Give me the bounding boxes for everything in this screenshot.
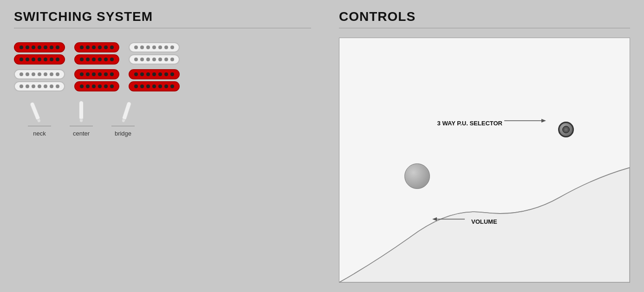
pickup-bar-2b bbox=[74, 54, 119, 65]
dot bbox=[26, 84, 29, 88]
switch-center-label: center bbox=[73, 130, 90, 137]
dot bbox=[56, 84, 59, 88]
dot bbox=[26, 58, 29, 61]
switches-row: neck center bridge bbox=[14, 101, 311, 137]
dot bbox=[50, 72, 53, 76]
volume-label-group: VOLUME bbox=[432, 214, 497, 228]
dot bbox=[86, 72, 90, 76]
left-divider bbox=[14, 28, 311, 28]
svg-marker-1 bbox=[541, 119, 546, 123]
pickup-bar-3b bbox=[129, 54, 180, 65]
dot bbox=[38, 84, 41, 88]
dot bbox=[104, 72, 108, 76]
switch-center: center bbox=[70, 101, 93, 137]
dot bbox=[146, 72, 150, 76]
dot bbox=[32, 72, 35, 76]
dot bbox=[98, 45, 102, 49]
pickup-row-1 bbox=[14, 42, 311, 65]
pickup-grid bbox=[14, 42, 311, 91]
left-panel: SWITCHING SYSTEM bbox=[0, 0, 325, 292]
dot bbox=[86, 58, 90, 61]
pickup-1 bbox=[14, 42, 65, 65]
dot bbox=[164, 58, 168, 61]
pickup-bar-6b bbox=[129, 81, 180, 91]
dot bbox=[92, 45, 96, 49]
dot bbox=[38, 45, 41, 49]
dot bbox=[158, 45, 162, 49]
dot bbox=[140, 84, 144, 88]
selector-knob[interactable] bbox=[558, 122, 574, 137]
dot bbox=[92, 84, 96, 88]
pickup-bar-1a bbox=[14, 42, 65, 52]
lever-neck-base bbox=[37, 119, 41, 123]
switch-center-line bbox=[70, 126, 93, 126]
dot bbox=[32, 45, 35, 49]
dot bbox=[170, 58, 174, 61]
dot bbox=[50, 45, 53, 49]
pickup-bar-5a bbox=[74, 69, 119, 79]
dot bbox=[38, 58, 41, 61]
dot bbox=[110, 58, 114, 61]
dot bbox=[32, 58, 35, 61]
dot bbox=[170, 84, 174, 88]
dot bbox=[56, 45, 59, 49]
lever-bridge-body bbox=[122, 101, 132, 120]
dot bbox=[32, 84, 35, 88]
volume-label: VOLUME bbox=[471, 218, 497, 225]
dot bbox=[20, 58, 23, 61]
dot bbox=[98, 72, 102, 76]
dot bbox=[104, 45, 108, 49]
dot bbox=[110, 72, 114, 76]
dot bbox=[140, 72, 144, 76]
dot bbox=[146, 84, 150, 88]
dot bbox=[152, 72, 156, 76]
dot bbox=[170, 45, 174, 49]
lever-bridge-base bbox=[122, 119, 125, 123]
pickup-5 bbox=[74, 69, 119, 91]
pickup-bar-6a bbox=[129, 69, 180, 79]
volume-arrow bbox=[432, 214, 469, 228]
dot bbox=[20, 45, 23, 49]
dot bbox=[110, 45, 114, 49]
dot bbox=[146, 45, 150, 49]
pickup-row-2 bbox=[14, 69, 311, 91]
dot bbox=[134, 45, 138, 49]
volume-knob[interactable] bbox=[404, 163, 430, 189]
switch-bridge: bridge bbox=[111, 101, 135, 137]
dot bbox=[92, 72, 96, 76]
svg-marker-3 bbox=[432, 217, 437, 221]
dot bbox=[158, 72, 162, 76]
dot bbox=[158, 84, 162, 88]
controls-title: CONTROLS bbox=[339, 9, 630, 24]
pickup-6 bbox=[129, 69, 180, 91]
dot bbox=[44, 45, 47, 49]
dot bbox=[152, 45, 156, 49]
dot bbox=[26, 72, 29, 76]
right-panel: CONTROLS 3 WAY P.U. SELECTOR bbox=[325, 0, 644, 292]
switch-neck-label: neck bbox=[33, 130, 46, 137]
dot bbox=[146, 58, 150, 61]
dot bbox=[50, 84, 53, 88]
pickup-3 bbox=[129, 42, 180, 65]
dot bbox=[140, 58, 144, 61]
dot bbox=[170, 72, 174, 76]
right-divider bbox=[339, 28, 630, 28]
dot bbox=[104, 84, 108, 88]
dot bbox=[158, 58, 162, 61]
guitar-body-svg bbox=[339, 38, 630, 282]
dot bbox=[20, 84, 23, 88]
dot bbox=[152, 84, 156, 88]
dot bbox=[38, 72, 41, 76]
dot bbox=[44, 84, 47, 88]
dot bbox=[44, 58, 47, 61]
dot bbox=[140, 45, 144, 49]
switch-bridge-line bbox=[111, 126, 135, 126]
lever-neck-body bbox=[29, 101, 40, 120]
pickup-bar-1b bbox=[14, 54, 65, 65]
controls-diagram: 3 WAY P.U. SELECTOR VOLUME bbox=[339, 38, 630, 283]
dot bbox=[50, 58, 53, 61]
dot bbox=[80, 72, 84, 76]
dot bbox=[98, 84, 102, 88]
pickup-2 bbox=[74, 42, 119, 65]
lever-center-body bbox=[79, 101, 84, 119]
